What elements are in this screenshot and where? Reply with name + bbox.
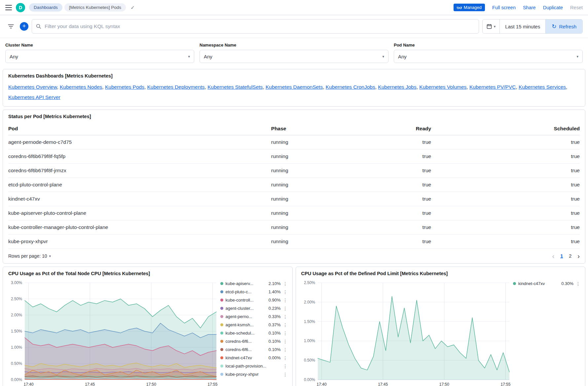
dashboard-link[interactable]: Kubernetes CronJobs xyxy=(326,84,375,90)
search-icon xyxy=(36,24,41,29)
table-row: kindnet-c47xvrunningtruetrue xyxy=(8,192,580,206)
legend-actions-icon[interactable]: ⋮ xyxy=(576,281,580,286)
pod-name-select[interactable]: Any ▾ xyxy=(394,50,583,63)
legend-item[interactable]: kube-proxy-xhpvr⋮ xyxy=(220,370,287,378)
cluster-name-select[interactable]: Any ▾ xyxy=(5,50,194,63)
cell-ready: true xyxy=(363,192,431,206)
time-range-button[interactable]: Last 15 minutes xyxy=(500,19,545,33)
cell-ready: true xyxy=(363,220,431,235)
dashboard-link[interactable]: Kubernetes Overview xyxy=(8,84,57,90)
legend-actions-icon[interactable]: ⋮ xyxy=(283,306,287,311)
cell-ready: true xyxy=(363,135,431,149)
dashboard-link[interactable]: Kubernetes API Server xyxy=(8,94,60,100)
legend-actions-icon[interactable]: ⋮ xyxy=(283,322,287,328)
cpu-node-usage-chart[interactable]: 0.00%0.50%1.00%1.50%2.00%2.50%3.00%17:40… xyxy=(8,279,219,386)
legend-actions-icon[interactable]: ⋮ xyxy=(283,298,287,303)
svg-text:17:55: 17:55 xyxy=(500,382,510,386)
legend-actions-icon[interactable]: ⋮ xyxy=(283,347,287,352)
panel-title: CPU Usage as Pct of the Total Node CPU [… xyxy=(8,271,287,276)
dashboard-controls: Cluster Name Any ▾ Namespace Name Any ▾ … xyxy=(0,38,588,68)
legend-item[interactable]: coredns-6f6...0.10%⋮ xyxy=(220,337,287,345)
legend-item[interactable]: agent-cluster...0.23%⋮ xyxy=(220,304,287,312)
space-avatar[interactable]: D xyxy=(16,3,25,12)
chart-legend: kindnet-c47xv0.30%⋮ xyxy=(512,279,580,288)
legend-actions-icon[interactable]: ⋮ xyxy=(283,289,287,295)
kql-search-box[interactable] xyxy=(32,19,479,34)
link-separator: , xyxy=(323,84,326,90)
chevron-down-icon: ▾ xyxy=(494,24,496,29)
legend-actions-icon[interactable]: ⋮ xyxy=(283,314,287,319)
date-picker-calendar-button[interactable]: ▾ xyxy=(483,19,500,33)
full-screen-button[interactable]: Full screen xyxy=(492,5,516,10)
legend-actions-icon[interactable]: ⋮ xyxy=(283,364,287,369)
link-separator: , xyxy=(516,84,519,90)
kql-search-input[interactable] xyxy=(45,23,475,29)
column-header-ready[interactable]: Ready xyxy=(363,122,431,135)
duplicate-button[interactable]: Duplicate xyxy=(543,5,563,10)
legend-actions-icon[interactable]: ⋮ xyxy=(283,331,287,336)
previous-page-button[interactable]: ‹ xyxy=(552,253,555,259)
legend-value: 0.90% xyxy=(269,298,281,303)
legend-value: 0.33% xyxy=(269,314,281,319)
legend-item[interactable]: kindnet-c47xv0.00%⋮ xyxy=(220,354,287,362)
legend-item[interactable]: kindnet-c47xv0.30%⋮ xyxy=(513,279,580,288)
cell-pod: kindnet-c47xv xyxy=(8,192,271,206)
rows-per-page-button[interactable]: Rows per page: 10 ▾ xyxy=(8,253,51,259)
next-page-button[interactable]: › xyxy=(577,253,580,259)
add-filter-button[interactable]: + xyxy=(20,22,28,31)
legend-actions-icon[interactable]: ⋮ xyxy=(283,339,287,344)
breadcrumb-dashboards[interactable]: Dashboards xyxy=(29,3,62,12)
legend-color-dot xyxy=(220,373,223,376)
legend-label: coredns-6f6... xyxy=(226,347,252,352)
dashboard-link[interactable]: Kubernetes Services xyxy=(519,84,566,90)
cell-scheduled: true xyxy=(431,220,580,235)
chart-canvas[interactable]: 0.00%0.50%1.00%1.50%2.00%2.50%3.00%17:40… xyxy=(8,279,219,386)
table-row: kube-proxy-xhpvrrunningtruetrue xyxy=(8,235,580,249)
legend-color-dot xyxy=(220,290,223,293)
dashboard-link[interactable]: Kubernetes Volumes xyxy=(419,84,466,90)
filter-button[interactable] xyxy=(5,21,17,32)
dashboard-link[interactable]: Kubernetes Pods xyxy=(105,84,144,90)
refresh-button[interactable]: ↻ Refresh xyxy=(545,19,582,33)
legend-item[interactable]: kube-apiserv...2.10%⋮ xyxy=(220,279,287,288)
legend-actions-icon[interactable]: ⋮ xyxy=(283,355,287,361)
page-1-button[interactable]: 1 xyxy=(560,253,563,259)
cluster-name-control: Cluster Name Any ▾ xyxy=(5,43,194,63)
legend-color-dot xyxy=(220,315,223,318)
legend-item[interactable]: agent-ksmsh...0.37%⋮ xyxy=(220,321,287,329)
chart-canvas[interactable]: 0.00%0.50%1.00%1.50%2.00%2.50%17:4020241… xyxy=(301,279,512,386)
legend-item[interactable]: kube-controll...0.90%⋮ xyxy=(220,296,287,304)
legend-actions-icon[interactable]: ⋮ xyxy=(283,372,287,377)
top-navigation-bar: D Dashboards [Metrics Kubernetes] Pods ✓… xyxy=(0,0,588,15)
svg-text:1.50%: 1.50% xyxy=(304,319,315,324)
managed-badge[interactable]: Managed xyxy=(454,4,485,11)
breadcrumb: Dashboards [Metrics Kubernetes] Pods ✓ xyxy=(29,3,135,12)
dashboard-link[interactable]: Kubernetes PV/PVC xyxy=(469,84,516,90)
menu-hamburger-icon[interactable] xyxy=(5,5,12,10)
reset-button[interactable]: Reset xyxy=(570,5,583,10)
page-2-button[interactable]: 2 xyxy=(569,253,571,259)
dashboard-link[interactable]: Kubernetes DaemonSets xyxy=(266,84,323,90)
dashboard-link[interactable]: Kubernetes Nodes xyxy=(60,84,102,90)
column-header-scheduled[interactable]: Scheduled xyxy=(431,122,580,135)
legend-item[interactable]: coredns-6f6...0.10%⋮ xyxy=(220,345,287,354)
dashboard-link[interactable]: Kubernetes Deployments xyxy=(147,84,205,90)
legend-item[interactable]: agent-perno...0.33%⋮ xyxy=(220,312,287,321)
legend-item[interactable]: etcd-pluto-c...1.40%⋮ xyxy=(220,288,287,296)
legend-item[interactable]: kube-schedul...0.10%⋮ xyxy=(220,329,287,337)
breadcrumb-current-dashboard[interactable]: [Metrics Kubernetes] Pods xyxy=(64,3,126,12)
link-separator: , xyxy=(466,84,469,90)
column-header-pod[interactable]: Pod xyxy=(8,122,271,135)
column-header-phase[interactable]: Phase xyxy=(271,122,363,135)
cell-ready: true xyxy=(363,164,431,178)
dashboard-link[interactable]: Kubernetes StatefulSets xyxy=(207,84,263,90)
cpu-pod-limit-usage-chart[interactable]: 0.00%0.50%1.00%1.50%2.00%2.50%17:4020241… xyxy=(301,279,512,386)
legend-actions-icon[interactable]: ⋮ xyxy=(283,281,287,286)
cell-ready: true xyxy=(363,235,431,249)
dashboard-link[interactable]: Kubernetes Jobs xyxy=(378,84,416,90)
chevron-down-icon: ▾ xyxy=(49,254,51,258)
share-button[interactable]: Share xyxy=(523,5,536,10)
namespace-name-label: Namespace Name xyxy=(200,43,388,48)
legend-item[interactable]: local-path-provision...⋮ xyxy=(220,362,287,370)
namespace-name-select[interactable]: Any ▾ xyxy=(200,50,388,63)
